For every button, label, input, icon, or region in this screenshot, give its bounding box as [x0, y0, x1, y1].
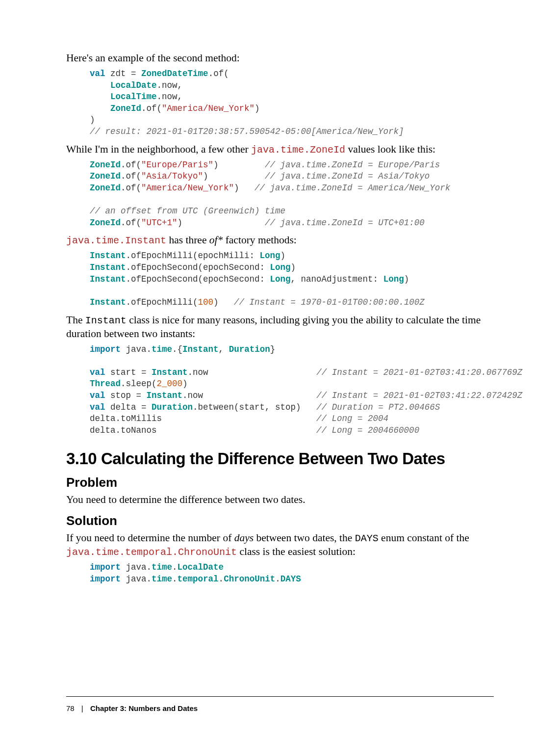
- text: If you need to determine the number of: [66, 532, 234, 544]
- chapter-label: Chapter 3: Numbers and Dates: [90, 704, 198, 712]
- text: The: [66, 314, 85, 326]
- text: values look like this:: [345, 143, 435, 155]
- footer-separator: |: [81, 704, 83, 712]
- text: class is the easiest solution:: [237, 546, 356, 557]
- inline-code-instant2: Instant: [85, 315, 127, 326]
- paragraph-problem: You need to determine the difference bet…: [66, 493, 494, 507]
- page-number: 78: [66, 704, 75, 712]
- subheading-solution: Solution: [66, 513, 494, 528]
- text: between two dates, the: [254, 532, 355, 544]
- page-footer: 78 | Chapter 3: Numbers and Dates: [66, 704, 198, 712]
- paragraph-solution: If you need to determine the number of d…: [66, 531, 494, 559]
- paragraph-instant-desc: The Instant class is nice for many reaso…: [66, 314, 494, 341]
- inline-code-chronounit: java.time.temporal.ChronoUnit: [66, 547, 237, 558]
- code-block-import-chrono: import java.time.LocalDate import java.t…: [90, 562, 494, 585]
- paragraph-zoneid: While I'm in the neighborhood, a few oth…: [66, 143, 494, 157]
- code-block-duration: import java.time.{Instant, Duration} val…: [90, 344, 494, 437]
- text: While I'm in the neighborhood, a few oth…: [66, 143, 251, 155]
- footer-rule: [66, 696, 494, 697]
- text: factory methods:: [223, 234, 296, 246]
- italic-days: days: [234, 532, 254, 544]
- inline-code-days: DAYS: [355, 533, 379, 544]
- section-heading: 3.10 Calculating the Difference Between …: [66, 449, 494, 468]
- code-block-zoneddatetime: val zdt = ZonedDateTime.of( LocalDate.no…: [90, 68, 494, 138]
- text: enum constant of the: [379, 532, 469, 544]
- subheading-problem: Problem: [66, 475, 494, 490]
- inline-code-instant: java.time.Instant: [66, 235, 166, 246]
- code-block-zoneid-examples: ZoneId.of("Europe/Paris") // java.time.Z…: [90, 159, 494, 229]
- paragraph-instant-factory: java.time.Instant has three of* factory …: [66, 234, 494, 247]
- paragraph-intro: Here's an example of the second method:: [66, 52, 494, 65]
- inline-code-zoneid: java.time.ZoneId: [251, 144, 345, 156]
- code-block-instant-factory: Instant.ofEpochMilli(epochMilli: Long) I…: [90, 250, 494, 308]
- text: class is nice for many reasons, includin…: [66, 314, 481, 340]
- page: Here's an example of the second method: …: [0, 0, 560, 736]
- text: has three: [166, 234, 209, 246]
- italic-of: of*: [209, 234, 223, 246]
